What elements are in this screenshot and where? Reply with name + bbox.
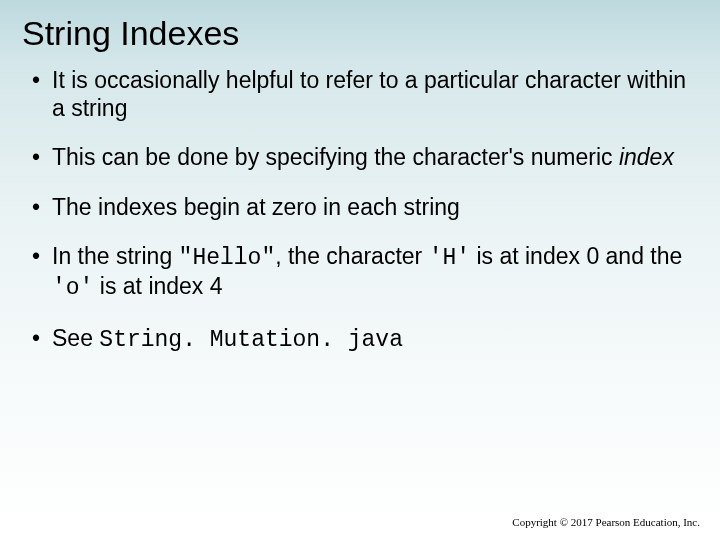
text-run: See (52, 325, 99, 351)
text-run-mono: String. Mutation. java (99, 327, 403, 353)
list-item: This can be done by specifying the chara… (28, 144, 692, 172)
text-run-mono: 'o' (52, 275, 93, 301)
slide-title: String Indexes (22, 14, 698, 53)
list-item: In the string "Hello", the character 'H'… (28, 243, 692, 302)
list-item: See String. Mutation. java (28, 325, 692, 355)
list-item: The indexes begin at zero in each string (28, 194, 692, 222)
text-run: is at index 4 (93, 273, 222, 299)
text-run-mono: 'H' (429, 245, 470, 271)
copyright-text: Copyright © 2017 Pearson Education, Inc. (512, 516, 700, 528)
text-run-mono: "Hello" (179, 245, 276, 271)
text-run: is at index 0 and the (470, 243, 682, 269)
text-run: This can be done by specifying the chara… (52, 144, 619, 170)
bullet-list: It is occasionally helpful to refer to a… (22, 67, 698, 354)
text-run: , the character (275, 243, 428, 269)
text-run: In the string (52, 243, 179, 269)
list-item: It is occasionally helpful to refer to a… (28, 67, 692, 122)
text-run-italic: index (619, 144, 674, 170)
